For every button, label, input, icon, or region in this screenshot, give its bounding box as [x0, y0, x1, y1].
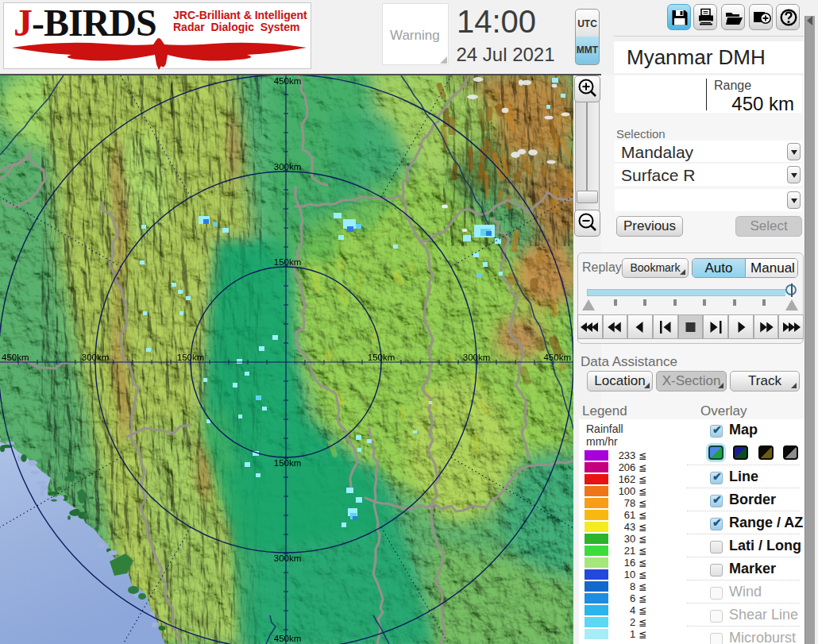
svg-text:150km: 150km — [274, 458, 302, 468]
svg-text:300km: 300km — [274, 553, 302, 563]
svg-text:150km: 150km — [177, 353, 205, 362]
svg-text:450km: 450km — [274, 76, 302, 86]
svg-text:150km: 150km — [368, 353, 395, 362]
svg-text:450km: 450km — [274, 634, 302, 643]
svg-text:300km: 300km — [82, 353, 110, 362]
svg-text:300km: 300km — [463, 353, 491, 362]
svg-text:450km: 450km — [2, 353, 29, 362]
svg-text:150km: 150km — [274, 257, 302, 267]
svg-text:450km: 450km — [543, 353, 571, 362]
svg-text:300km: 300km — [274, 162, 302, 172]
